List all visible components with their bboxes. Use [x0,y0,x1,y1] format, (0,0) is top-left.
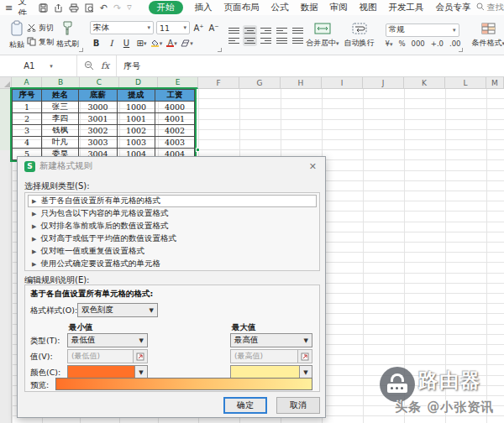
decrease-indent-icon[interactable] [276,27,287,34]
name-box[interactable]: A1 ▾ [0,55,77,76]
cell[interactable]: 钱枫 [42,125,79,137]
cell[interactable]: 4 [13,137,42,149]
wrap-text-button[interactable]: 自动换行 [342,23,377,49]
header-cell[interactable]: 底薪 [79,90,118,102]
clipboard-dialog-launcher[interactable] [79,48,83,52]
align-top-icon[interactable] [228,27,239,34]
print-icon[interactable] [69,3,79,13]
ok-button[interactable]: 确定 [223,397,267,414]
rule-item-above-below-average[interactable]: ▶仅对高于或低于平均值的数值设置格式 [28,232,317,245]
column-header-h[interactable]: H [281,77,322,89]
column-header-a[interactable]: A [12,77,42,89]
cell[interactable]: 1 [13,102,42,113]
column-header-b[interactable]: B [42,77,80,89]
formula-input[interactable]: 序号 [117,60,504,72]
tab-view[interactable]: 视图 [360,2,377,13]
align-right-icon[interactable] [260,37,271,44]
cell[interactable]: 李四 [42,113,79,125]
print-preview-icon[interactable] [85,3,94,13]
rule-item-cells-containing[interactable]: ▶只为包含以下内容的单元格设置格式 [28,207,317,220]
column-header-l[interactable]: L [445,77,486,89]
number-dialog-launcher[interactable] [459,48,463,52]
justify-icon[interactable] [276,37,287,44]
paste-button[interactable]: 粘贴 [7,20,27,50]
number-format-dropdown[interactable]: 常规▾ [386,24,459,37]
align-middle-icon[interactable] [244,27,255,34]
header-cell[interactable]: 序号 [13,90,42,102]
increase-font-button[interactable]: A⁺ [192,22,205,34]
comma-style-button[interactable]: 000 [412,39,425,48]
select-all-corner[interactable] [0,77,12,89]
rule-item-unique-duplicate[interactable]: ▶仅对唯一值或重复值设置格式 [28,245,317,258]
fill-color-button[interactable]: ▾ [150,37,163,50]
format-style-dropdown[interactable]: 双色刻度 ▼ [77,303,158,317]
format-painter-button[interactable]: 格式刷 [54,21,81,50]
cell[interactable]: 4002 [155,125,195,137]
header-cell[interactable]: 工资 [155,90,195,102]
copy-button[interactable]: 复制 [27,37,54,48]
hamburger-menu-icon[interactable]: ≡ [5,3,13,13]
rule-item-format-by-value[interactable]: ▶基于各自值设置所有单元格的格式 [28,195,317,207]
distributed-icon[interactable] [292,37,303,44]
cell[interactable]: 3 [13,125,42,137]
dialog-titlebar[interactable]: S 新建格式规则 ✕ [18,157,325,175]
max-value-input[interactable]: (最高值) [230,349,298,363]
command-search[interactable]: 查找命令、搜索模 [476,2,504,13]
merge-center-button[interactable]: 合并居中▾ [303,23,342,49]
max-range-picker-button[interactable] [298,349,312,363]
cancel-button[interactable]: 取消 [276,397,320,414]
tab-insert[interactable]: 插入 [195,2,213,13]
redo-icon[interactable]: ↷ [113,3,121,13]
align-left-icon[interactable] [228,37,239,44]
export-icon[interactable] [54,3,63,13]
tab-formulas[interactable]: 公式 [271,2,289,13]
cell[interactable]: 1002 [118,125,155,137]
data-table[interactable]: 序号 姓名 底薪 提成 工资 1 张三 3000 1000 4000 2 李四 … [12,89,195,160]
column-header-d[interactable]: D [119,77,158,89]
header-cell[interactable]: 姓名 [42,90,79,102]
selected-row-headers[interactable] [0,89,12,150]
tab-page-layout[interactable]: 页面布局 [224,2,260,13]
column-header-j[interactable]: J [363,77,404,89]
cell[interactable]: 4001 [155,113,195,125]
undo-icon[interactable]: ↶ [100,3,108,13]
cell[interactable]: 1003 [118,137,155,149]
column-header-k[interactable]: K [404,77,445,89]
cell[interactable]: 3001 [79,113,118,125]
cell[interactable]: 张三 [42,102,79,113]
selection-fill-handle[interactable] [196,148,200,152]
cut-button[interactable]: 剪切 [27,23,54,34]
tab-data[interactable]: 数据 [301,2,318,13]
percent-button[interactable]: % [398,39,405,48]
italic-button[interactable]: I [105,37,118,50]
font-dialog-launcher[interactable] [218,48,222,52]
currency-button[interactable]: ¥▾ [386,39,393,48]
font-color-button[interactable]: A▾ [165,37,178,50]
column-header-c[interactable]: C [80,77,119,89]
rule-item-top-bottom[interactable]: ▶仅对排名靠前或靠后的数值设置格式 [28,220,317,232]
close-icon[interactable]: ✕ [307,161,318,172]
eraser-button[interactable]: ▾ [181,37,193,50]
underline-button[interactable]: U [120,37,133,50]
rule-item-use-formula[interactable]: ▶使用公式确定要设置格式的单元格 [28,258,317,270]
cell[interactable]: 3002 [79,125,118,137]
max-type-dropdown[interactable]: 最高值 ▼ [230,333,312,347]
zoom-lens-icon[interactable] [84,60,94,72]
insert-function-button[interactable]: fx [101,60,109,71]
cell[interactable]: 2 [13,113,42,125]
increase-decimal-button[interactable]: +.0 [431,39,444,48]
borders-button[interactable]: ⊞▾ [135,37,148,50]
decrease-decimal-button[interactable]: .00 [449,39,461,48]
align-bottom-icon[interactable] [260,27,271,34]
cell[interactable]: 1001 [118,113,155,125]
column-header-e[interactable]: E [158,77,198,89]
increase-indent-icon[interactable] [292,27,303,34]
tab-home[interactable]: 开始 [149,1,183,14]
cell[interactable]: 3000 [79,102,118,113]
column-header-g[interactable]: G [239,77,281,89]
min-type-dropdown[interactable]: 最低值 ▼ [67,333,148,347]
column-header-f[interactable]: F [198,77,239,89]
cell[interactable]: 4003 [155,137,195,149]
save-icon[interactable] [39,3,48,13]
qat-more-icon[interactable]: ▽ [127,4,131,11]
